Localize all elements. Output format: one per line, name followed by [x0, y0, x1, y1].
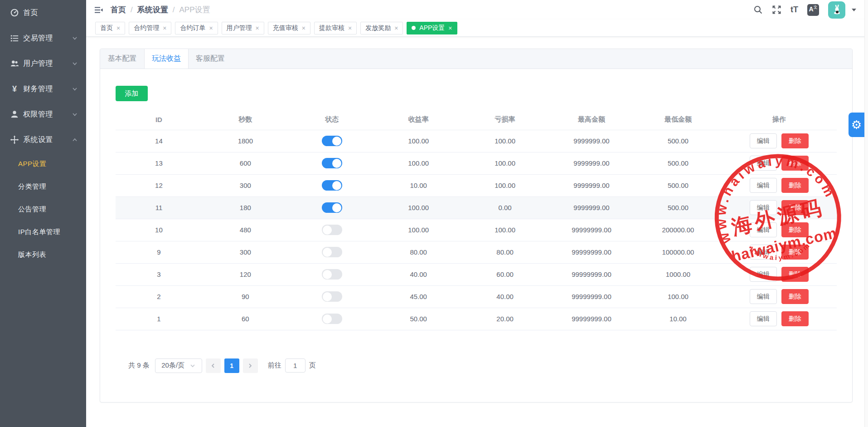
fullscreen-icon[interactable] [772, 5, 781, 15]
cell-status [289, 285, 375, 308]
dashboard-icon [10, 8, 19, 17]
breadcrumb: 首页/系统设置/APP设置 [111, 5, 210, 15]
tab-客服配置[interactable]: 客服配置 [188, 49, 232, 69]
edit-button[interactable]: 编辑 [750, 267, 777, 282]
sidebar-item-用户管理[interactable]: 用户管理 [0, 51, 86, 76]
status-toggle[interactable] [322, 202, 342, 213]
delete-button[interactable]: 删除 [781, 156, 809, 171]
tag-提款审核[interactable]: 提款审核× [314, 22, 357, 34]
edit-button[interactable]: 编辑 [750, 156, 777, 171]
pagination: 共 9 条 20条/页 1 前往 页 [116, 358, 837, 373]
delete-button[interactable]: 删除 [781, 200, 809, 215]
cell-status [289, 308, 375, 330]
status-toggle[interactable] [322, 180, 342, 191]
add-button[interactable]: 添加 [116, 86, 148, 101]
table-row: 13600100.00100.009999999.00500.00编辑删除 [116, 152, 837, 174]
search-icon[interactable] [753, 5, 763, 15]
sidebar-subitem-分类管理[interactable]: 分类管理 [0, 175, 86, 198]
tag-close-icon[interactable]: × [348, 25, 352, 31]
delete-button[interactable]: 删除 [781, 133, 809, 148]
tag-close-icon[interactable]: × [448, 25, 452, 31]
status-toggle[interactable] [322, 269, 342, 280]
tag-发放奖励[interactable]: 发放奖励× [360, 22, 403, 34]
tag-合约订单[interactable]: 合约订单× [175, 22, 218, 34]
tag-close-icon[interactable]: × [209, 25, 213, 31]
goto-suffix-label: 页 [309, 361, 316, 370]
status-toggle[interactable] [322, 225, 342, 235]
page-number-button[interactable]: 1 [224, 358, 239, 373]
theme-settings-button[interactable]: ⚙ [849, 113, 864, 137]
sidebar-item-系统设置[interactable]: 系统设置 [0, 127, 86, 152]
sidebar-subitem-版本列表[interactable]: 版本列表 [0, 243, 86, 266]
app-root: 首页交易管理用户管理¥财务管理权限管理系统设置APP设置分类管理公告管理IP白名… [0, 0, 868, 427]
cell-max_amount: 9999999.00 [548, 130, 635, 152]
edit-button[interactable]: 编辑 [750, 222, 777, 237]
chevron-down-icon [72, 86, 78, 92]
tag-用户管理[interactable]: 用户管理× [222, 22, 264, 34]
column-header-状态: 状态 [289, 109, 375, 130]
settings-card: 基本配置玩法收益客服配置 添加 ID秒数状态收益率亏损率最高金额最低金额操作 1… [100, 49, 853, 402]
cell-min_amount: 500.00 [635, 152, 721, 174]
cell-id: 12 [116, 174, 202, 196]
delete-button[interactable]: 删除 [781, 222, 809, 237]
status-toggle[interactable] [322, 314, 342, 324]
delete-button[interactable]: 删除 [781, 267, 809, 282]
tab-玩法收益[interactable]: 玩法收益 [144, 49, 188, 69]
delete-button[interactable]: 删除 [781, 245, 809, 260]
font-size-icon[interactable]: tT [790, 5, 798, 15]
cell-profit_rate: 40.00 [375, 263, 462, 285]
sidebar: 首页交易管理用户管理¥财务管理权限管理系统设置APP设置分类管理公告管理IP白名… [0, 0, 86, 427]
status-toggle[interactable] [322, 291, 342, 302]
status-toggle[interactable] [322, 158, 342, 168]
tag-充值审核[interactable]: 充值审核× [268, 22, 310, 34]
tag-close-icon[interactable]: × [302, 25, 305, 31]
edit-button[interactable]: 编辑 [750, 245, 777, 260]
tag-close-icon[interactable]: × [116, 25, 120, 31]
tag-close-icon[interactable]: × [256, 25, 259, 31]
cell-status [289, 174, 375, 196]
breadcrumb-item[interactable]: 系统设置 [137, 5, 168, 15]
edit-button[interactable]: 编辑 [750, 311, 777, 326]
delete-button[interactable]: 删除 [781, 178, 809, 193]
edit-button[interactable]: 编辑 [750, 178, 777, 193]
cell-profit_rate: 100.00 [375, 130, 462, 152]
cell-status [289, 152, 375, 174]
goto-prefix-label: 前往 [268, 361, 281, 370]
breadcrumb-item[interactable]: 首页 [111, 5, 126, 15]
delete-button[interactable]: 删除 [781, 289, 809, 304]
edit-button[interactable]: 编辑 [750, 133, 777, 148]
status-toggle[interactable] [322, 136, 342, 146]
translate-icon[interactable]: A文 [807, 4, 819, 16]
avatar[interactable] [828, 1, 845, 19]
tag-APP设置[interactable]: APP设置× [407, 22, 457, 34]
table-row: 1230010.00100.009999999.00500.00编辑删除 [116, 174, 837, 196]
cell-profit_rate: 45.00 [375, 285, 462, 308]
prev-page-button[interactable] [206, 358, 221, 373]
next-page-button[interactable] [243, 358, 258, 373]
toggle-knob [332, 203, 341, 212]
page-size-select[interactable]: 20条/页 [155, 358, 202, 373]
tag-首页[interactable]: 首页× [95, 22, 125, 34]
scrollbar[interactable] [864, 0, 868, 427]
sidebar-item-首页[interactable]: 首页 [0, 0, 86, 25]
sidebar-subitem-公告管理[interactable]: 公告管理 [0, 198, 86, 221]
cell-actions: 编辑删除 [721, 285, 837, 308]
edit-button[interactable]: 编辑 [750, 200, 777, 215]
tag-合约管理[interactable]: 合约管理× [129, 22, 171, 34]
goto-page-input[interactable] [285, 358, 305, 373]
delete-button[interactable]: 删除 [781, 311, 809, 326]
collapse-menu-icon[interactable] [93, 5, 103, 15]
cell-loss_rate: 40.00 [462, 285, 548, 308]
sidebar-item-权限管理[interactable]: 权限管理 [0, 102, 86, 127]
chevron-down-icon[interactable] [852, 9, 856, 11]
tag-label: 提款审核 [319, 24, 344, 32]
tab-基本配置[interactable]: 基本配置 [100, 49, 144, 69]
sidebar-subitem-IP白名单管理[interactable]: IP白名单管理 [0, 221, 86, 243]
tag-close-icon[interactable]: × [163, 25, 166, 31]
status-toggle[interactable] [322, 247, 342, 257]
sidebar-item-交易管理[interactable]: 交易管理 [0, 25, 86, 51]
sidebar-subitem-APP设置[interactable]: APP设置 [0, 152, 86, 175]
edit-button[interactable]: 编辑 [750, 289, 777, 304]
tag-close-icon[interactable]: × [394, 25, 398, 31]
sidebar-item-财务管理[interactable]: ¥财务管理 [0, 76, 86, 102]
